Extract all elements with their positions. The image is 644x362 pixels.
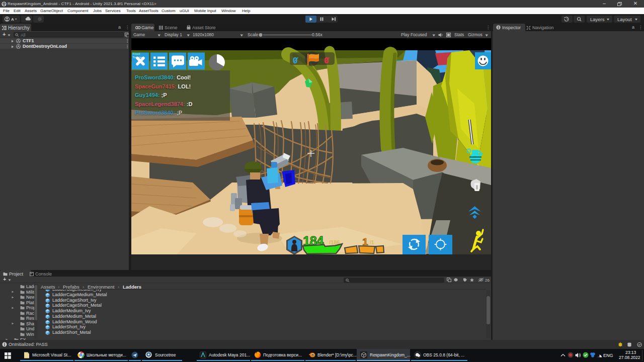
svg-text:/1: /1 xyxy=(370,240,374,245)
svg-text:26: 26 xyxy=(485,278,490,282)
svg-text:A: A xyxy=(11,17,14,22)
